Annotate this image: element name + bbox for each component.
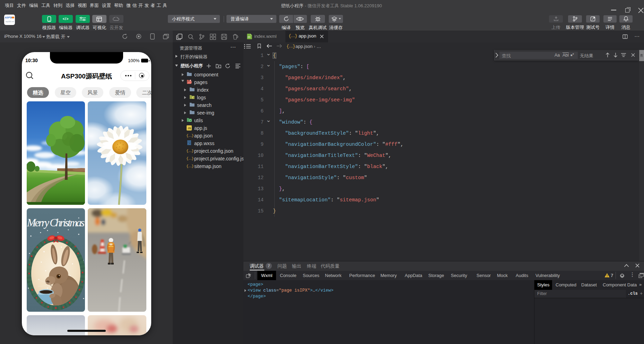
- svg-text:Merry Christmas: Merry Christmas: [27, 217, 85, 229]
- svg-text:<>: <>: [248, 36, 250, 38]
- svg-text:JS: JS: [192, 97, 195, 99]
